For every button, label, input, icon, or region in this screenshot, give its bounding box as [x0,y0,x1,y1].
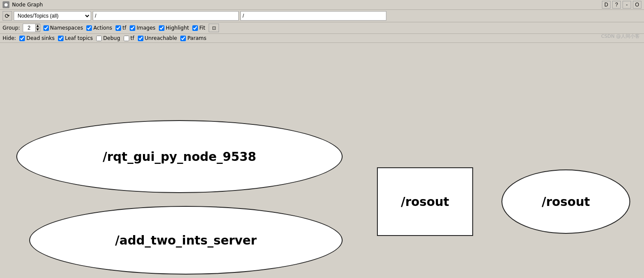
group-spinbox[interactable]: ▲ ▼ [23,24,40,32]
spin-arrows: ▲ ▼ [35,24,40,32]
unreachable-text: Unreachable [145,35,177,41]
node-rosout-ellipse-label: /rosout [542,195,590,209]
fit-label: Fit [199,25,205,31]
params-text: Params [187,35,206,41]
images-label: Images [137,25,155,31]
namespaces-label: Namespaces [50,25,83,31]
fit-checkbox-label[interactable]: Fit [192,25,205,31]
title-bar-buttons: D ? - O [602,1,641,9]
debug-label[interactable]: Debug [96,35,120,41]
highlight-checkbox[interactable] [159,25,164,31]
spin-up[interactable]: ▲ [35,24,40,28]
debug-checkbox[interactable] [96,36,102,41]
actions-label: Actions [93,25,112,31]
filter1-input[interactable] [93,11,239,21]
window-title: Node Graph [12,2,599,8]
minimize-button[interactable]: - [623,1,631,9]
unreachable-checkbox[interactable] [138,36,143,41]
group-label: Group: [3,25,20,31]
hide-bar: Hide: Dead sinks Leaf topics Debug tf Un… [0,34,644,43]
dead-sinks-checkbox[interactable] [19,36,25,41]
close-button[interactable]: O [633,1,641,9]
node-rqt-gui-py-label: /rqt_gui_py_node_9538 [103,150,256,164]
dead-sinks-label[interactable]: Dead sinks [19,35,55,41]
dead-sinks-text: Dead sinks [26,35,55,41]
node-rqt-gui-py[interactable]: /rqt_gui_py_node_9538 [16,120,343,193]
nodes-topics-dropdown[interactable]: Nodes/Topics (all) Nodes only Topics onl… [14,11,91,21]
fit-button[interactable]: ⊡ [209,24,219,32]
debug-text: Debug [103,35,120,41]
namespaces-checkbox[interactable] [43,25,49,31]
spin-down[interactable]: ▼ [35,28,40,32]
tf-label: tf [122,25,126,31]
watermark: CSDN @人间小客 [601,33,640,39]
help-button[interactable]: D [602,1,611,9]
actions-checkbox[interactable] [86,25,92,31]
leaf-topics-label[interactable]: Leaf topics [58,35,93,41]
node-rosout-rect-label: /rosout [401,195,450,209]
node-add-two-ints-label: /add_two_ints_server [115,233,257,248]
leaf-topics-text: Leaf topics [65,35,93,41]
window-icon: ● [3,1,9,8]
images-checkbox-label[interactable]: Images [130,25,155,31]
node-rosout-ellipse[interactable]: /rosout [501,169,630,234]
node-rosout-rect[interactable]: /rosout [377,167,473,236]
unreachable-label[interactable]: Unreachable [138,35,177,41]
namespaces-checkbox-label[interactable]: Namespaces [43,25,83,31]
group-row: Group: ▲ ▼ [3,24,40,32]
group-input[interactable] [23,24,35,32]
tf-checkbox-label[interactable]: tf [115,25,126,31]
hide-tf-checkbox[interactable] [124,36,129,41]
highlight-label: Highlight [166,25,189,31]
params-label[interactable]: Params [180,35,206,41]
tf-checkbox[interactable] [115,25,121,31]
params-checkbox[interactable] [180,36,186,41]
highlight-checkbox-label[interactable]: Highlight [159,25,189,31]
info-button[interactable]: ? [612,1,621,9]
refresh-button[interactable]: ⟳ [3,11,12,21]
node-add-two-ints[interactable]: /add_two_ints_server [29,206,343,275]
leaf-topics-checkbox[interactable] [58,36,64,41]
toolbar: ⟳ Nodes/Topics (all) Nodes only Topics o… [0,10,644,22]
hide-label: Hide: [3,35,16,41]
filter2-input[interactable] [240,11,386,21]
options-bar: Group: ▲ ▼ Namespaces Actions tf Images … [0,22,644,34]
hide-tf-label[interactable]: tf [124,35,134,41]
images-checkbox[interactable] [130,25,135,31]
title-bar: ● Node Graph D ? - O [0,0,644,10]
fit-checkbox[interactable] [192,25,198,31]
actions-checkbox-label[interactable]: Actions [86,25,112,31]
hide-tf-text: tf [131,35,134,41]
